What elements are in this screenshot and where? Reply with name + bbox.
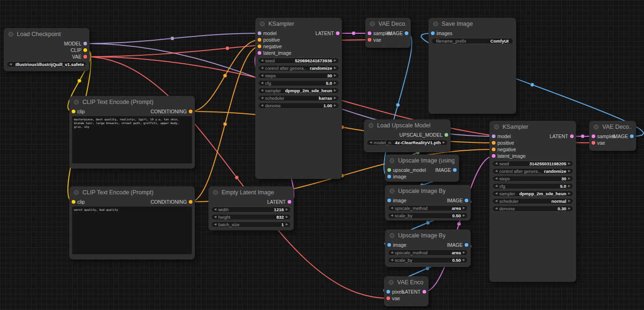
node-vae-decode-1[interactable]: VAE Deco... samples IMAGE vae xyxy=(365,18,411,48)
decrement-arrow-icon[interactable]: ◀ xyxy=(214,215,216,219)
widget-control-after-generate[interactable]: ◀ control after genera... randomize ▶ xyxy=(258,65,339,71)
widget-upscale-method[interactable]: ◀ upscale_method area ▶ xyxy=(388,205,468,211)
output-pin-model[interactable] xyxy=(83,42,87,45)
widget-model-name[interactable]: ◀ model_n... 4x-ClearRealityV1.pth ▶ xyxy=(367,140,448,146)
decrement-arrow-icon[interactable]: ◀ xyxy=(261,66,263,70)
widget-cfg[interactable]: ◀ cfg 5.0 ▶ xyxy=(258,80,339,86)
output-pin-latent[interactable] xyxy=(336,31,340,35)
increment-arrow-icon[interactable]: ▶ xyxy=(568,185,570,188)
collapse-dot-icon[interactable] xyxy=(74,190,79,195)
decrement-arrow-icon[interactable]: ◀ xyxy=(370,141,372,144)
collapse-dot-icon[interactable] xyxy=(213,190,218,195)
increment-arrow-icon[interactable]: ▶ xyxy=(568,192,570,195)
increment-arrow-icon[interactable]: ▶ xyxy=(568,199,570,203)
decrement-arrow-icon[interactable]: ◀ xyxy=(391,207,393,210)
widget-cfg[interactable]: ◀ cfg 5.0 ▶ xyxy=(492,183,573,189)
increment-arrow-icon[interactable]: ▶ xyxy=(334,59,336,62)
prompt-textarea[interactable]: masterpiece, best quality, realistic, 1g… xyxy=(72,116,192,163)
input-pin-clip[interactable] xyxy=(72,110,75,113)
node-header[interactable]: Empty Latent Image xyxy=(208,186,294,199)
input-pin-negative[interactable] xyxy=(492,148,496,151)
widget-batch-size[interactable]: ◀ batch_size 1 ▶ xyxy=(211,221,291,228)
output-pin-image[interactable] xyxy=(453,168,457,172)
increment-arrow-icon[interactable]: ▶ xyxy=(286,208,288,211)
input-pin-vae[interactable] xyxy=(386,296,390,300)
node-header[interactable]: VAE Deco... xyxy=(365,18,411,30)
increment-arrow-icon[interactable]: ▶ xyxy=(463,258,465,262)
node-ksampler-1[interactable]: KSampler model LATENT positive negative … xyxy=(255,18,342,179)
input-pin-image[interactable] xyxy=(387,175,391,178)
node-load-checkpoint[interactable]: Load Checkpoint MODEL CLIP VAE ◀ Illustr… xyxy=(4,28,89,71)
widget-upscale-method[interactable]: ◀ upscale_method area ▶ xyxy=(388,250,468,256)
decrement-arrow-icon[interactable]: ◀ xyxy=(261,81,263,85)
increment-arrow-icon[interactable]: ▶ xyxy=(334,74,336,77)
prompt-textarea[interactable]: worst quality, bad quality xyxy=(72,207,192,254)
output-pin-image[interactable] xyxy=(465,243,468,247)
increment-arrow-icon[interactable]: ▶ xyxy=(334,89,336,92)
node-upscale-image-by-1[interactable]: Upscale Image By image IMAGE ◀ upscale_m… xyxy=(385,185,471,221)
input-pin-samples[interactable] xyxy=(592,134,595,138)
node-header[interactable]: Save Image xyxy=(429,18,516,30)
collapse-dot-icon[interactable] xyxy=(390,233,394,238)
decrement-arrow-icon[interactable]: ◀ xyxy=(261,96,263,100)
node-header[interactable]: KSampler xyxy=(255,18,342,30)
widget-steps[interactable]: ◀ steps 30 ▶ xyxy=(258,73,339,79)
node-header[interactable]: KSampler xyxy=(489,121,576,133)
input-pin-positive[interactable] xyxy=(492,141,496,145)
widget-steps[interactable]: ◀ steps 30 ▶ xyxy=(492,176,573,182)
collapse-dot-icon[interactable] xyxy=(370,22,375,26)
output-pin-latent[interactable] xyxy=(288,200,291,204)
increment-arrow-icon[interactable]: ▶ xyxy=(463,251,465,254)
widget-sampler-name[interactable]: ◀ sampler ... dpmpp_2m_sde_heun ▶ xyxy=(258,88,339,94)
node-vae-decode-2[interactable]: VAE Deco... samples IMAGE vae xyxy=(589,121,636,151)
node-header[interactable]: VAE Enco... xyxy=(384,276,429,288)
widget-ckpt-name[interactable]: ◀ Illustrious\illustrijQuill_v1.safete .… xyxy=(7,61,87,67)
collapse-dot-icon[interactable] xyxy=(594,125,599,129)
decrement-arrow-icon[interactable]: ◀ xyxy=(391,214,393,217)
input-pin-positive[interactable] xyxy=(258,38,261,42)
increment-arrow-icon[interactable]: ▶ xyxy=(334,104,336,107)
increment-arrow-icon[interactable]: ▶ xyxy=(443,141,445,144)
decrement-arrow-icon[interactable]: ◀ xyxy=(261,104,263,107)
input-pin-images[interactable] xyxy=(431,31,435,35)
widget-control-after-generate[interactable]: ◀ control after genera... randomize ▶ xyxy=(492,168,573,174)
decrement-arrow-icon[interactable]: ◀ xyxy=(214,223,216,226)
node-header[interactable]: VAE Deco... xyxy=(589,121,636,133)
collapse-dot-icon[interactable] xyxy=(390,189,394,193)
node-save-image[interactable]: Save Image images filename_prefix ComfyU… xyxy=(429,18,516,114)
widget-filename-prefix[interactable]: filename_prefix ComfyUI xyxy=(431,38,513,44)
output-pin-latent[interactable] xyxy=(570,134,574,138)
output-pin-image[interactable] xyxy=(405,31,408,35)
collapse-dot-icon[interactable] xyxy=(369,123,373,128)
widget-height[interactable]: ◀ height 832 ▶ xyxy=(211,214,291,220)
increment-arrow-icon[interactable]: ▶ xyxy=(334,96,336,100)
output-pin-upscale-model[interactable] xyxy=(444,133,448,137)
increment-arrow-icon[interactable]: ▶ xyxy=(334,66,336,70)
widget-sampler-name[interactable]: ◀ sampler ... dpmpp_2m_sde_heun ▶ xyxy=(492,191,573,197)
increment-arrow-icon[interactable]: ▶ xyxy=(568,177,570,180)
collapse-dot-icon[interactable] xyxy=(433,22,438,26)
decrement-arrow-icon[interactable]: ◀ xyxy=(9,63,12,66)
node-graph-canvas[interactable]: Load Checkpoint MODEL CLIP VAE ◀ Illustr… xyxy=(0,0,644,310)
output-pin-image[interactable] xyxy=(630,134,634,138)
decrement-arrow-icon[interactable]: ◀ xyxy=(495,185,497,188)
input-pin-samples[interactable] xyxy=(368,31,371,35)
widget-scheduler[interactable]: ◀ scheduler normal ▶ xyxy=(492,198,573,204)
widget-scale-by[interactable]: ◀ scale_by 0.50 ▶ xyxy=(388,213,468,219)
decrement-arrow-icon[interactable]: ◀ xyxy=(391,251,393,254)
increment-arrow-icon[interactable]: ▶ xyxy=(286,223,288,226)
node-clip-text-encode-negative[interactable]: CLIP Text Encode (Prompt) clip CONDITION… xyxy=(69,186,195,259)
widget-scheduler[interactable]: ◀ scheduler karras ▶ xyxy=(258,95,339,101)
widget-scale-by[interactable]: ◀ scale_by 0.50 ▶ xyxy=(388,257,468,263)
collapse-dot-icon[interactable] xyxy=(8,32,13,37)
collapse-dot-icon[interactable] xyxy=(260,22,265,26)
collapse-dot-icon[interactable] xyxy=(389,280,393,285)
increment-arrow-icon[interactable]: ▶ xyxy=(286,215,288,219)
output-pin-latent[interactable] xyxy=(422,290,426,294)
decrement-arrow-icon[interactable]: ◀ xyxy=(391,258,393,262)
increment-arrow-icon[interactable]: ▶ xyxy=(568,170,570,173)
output-pin-conditioning[interactable] xyxy=(189,110,192,113)
widget-width[interactable]: ◀ width 1216 ▶ xyxy=(211,207,291,213)
decrement-arrow-icon[interactable]: ◀ xyxy=(261,89,263,92)
increment-arrow-icon[interactable]: ▶ xyxy=(568,207,570,210)
